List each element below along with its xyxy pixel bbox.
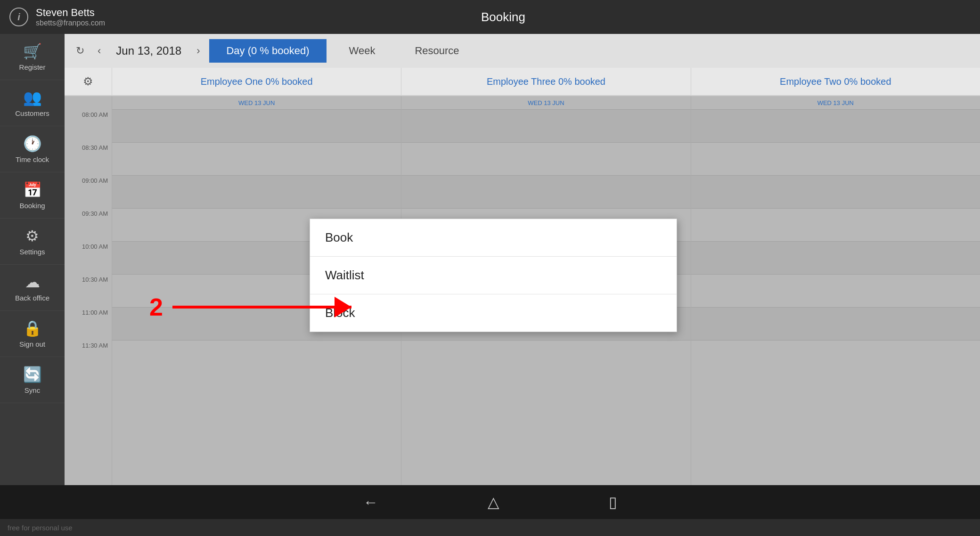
next-button[interactable]: › (193, 41, 204, 61)
gear-icon[interactable]: ⚙ (83, 75, 93, 88)
context-menu-waitlist[interactable]: Waitlist (310, 257, 677, 294)
signout-icon: 🔒 (23, 319, 42, 337)
sidebar-label-customers: Customers (15, 109, 49, 117)
employee-col-2: Employee Three 0% booked (401, 68, 690, 95)
info-icon: i (9, 8, 28, 26)
context-menu-overlay[interactable]: Book Waitlist Block (65, 96, 980, 485)
date-display: Jun 13, 2018 (110, 44, 187, 57)
footer-text: free for personal use (8, 524, 73, 532)
sidebar-item-backoffice[interactable]: ☁ Back office (0, 265, 65, 311)
register-icon: 🛒 (23, 42, 42, 60)
recents-button[interactable]: ▯ (601, 489, 625, 515)
arrow-head (335, 297, 351, 317)
calendar-area: 08:00 AM 08:30 AM 09:00 AM 09:30 AM 10:0… (65, 96, 980, 485)
content-area: ↻ ‹ Jun 13, 2018 › Day (0 % booked) Week… (65, 34, 980, 485)
employee-col-3: Employee Two 0% booked (691, 68, 980, 95)
sidebar-label-backoffice: Back office (15, 294, 49, 302)
sidebar-item-signout[interactable]: 🔒 Sign out (0, 311, 65, 357)
page-title: Booking (270, 10, 737, 24)
employee-name-1: Employee One 0% booked (201, 76, 313, 87)
sidebar: 🛒 Register 👥 Customers 🕐 Time clock 📅 Bo… (0, 34, 65, 485)
header-bar: i Steven Betts sbetts@franpos.com Bookin… (0, 0, 980, 34)
main-layout: 🛒 Register 👥 Customers 🕐 Time clock 📅 Bo… (0, 34, 980, 485)
employee-name-2: Employee Three 0% booked (487, 76, 605, 87)
prev-button[interactable]: ‹ (94, 41, 105, 61)
home-button[interactable]: △ (480, 489, 507, 515)
tab-resource-button[interactable]: Resource (398, 39, 476, 63)
sidebar-label-register: Register (19, 63, 46, 71)
tab-week-button[interactable]: Week (332, 39, 392, 63)
context-menu: Book Waitlist Block (310, 219, 677, 332)
sidebar-label-timeclock: Time clock (16, 155, 49, 163)
gear-cell: ⚙ (65, 75, 112, 88)
bottom-nav: ← △ ▯ (0, 485, 980, 519)
annotation-number: 2 (149, 293, 163, 321)
footer-bar: free for personal use (0, 519, 980, 536)
customers-icon: 👥 (23, 89, 42, 106)
sidebar-item-customers[interactable]: 👥 Customers (0, 80, 65, 126)
sidebar-item-timeclock[interactable]: 🕐 Time clock (0, 126, 65, 172)
context-menu-book[interactable]: Book (310, 219, 677, 257)
employee-name-3: Employee Two 0% booked (780, 76, 891, 87)
user-email: sbetts@franpos.com (36, 19, 270, 27)
sidebar-item-sync[interactable]: 🔄 Sync (0, 357, 65, 403)
sidebar-label-booking: Booking (19, 202, 45, 210)
booking-icon: 📅 (23, 181, 42, 199)
user-info: Steven Betts sbetts@franpos.com (36, 7, 270, 27)
arrow-annotation: 2 (149, 293, 351, 321)
tab-day-button[interactable]: Day (0 % booked) (209, 39, 326, 63)
backoffice-icon: ☁ (25, 273, 40, 291)
sync-icon: 🔄 (23, 365, 42, 383)
arrow-line (172, 306, 351, 309)
booking-toolbar: ↻ ‹ Jun 13, 2018 › Day (0 % booked) Week… (65, 34, 980, 68)
sidebar-item-booking[interactable]: 📅 Booking (0, 172, 65, 219)
employee-col-1: Employee One 0% booked (112, 68, 401, 95)
employee-header-row: ⚙ Employee One 0% booked Employee Three … (65, 68, 980, 96)
refresh-button[interactable]: ↻ (72, 41, 88, 61)
back-button[interactable]: ← (356, 490, 386, 515)
sidebar-item-register[interactable]: 🛒 Register (0, 34, 65, 80)
settings-icon: ⚙ (25, 227, 39, 245)
timeclock-icon: 🕐 (23, 135, 42, 153)
sidebar-label-signout: Sign out (19, 340, 45, 348)
sidebar-label-sync: Sync (24, 386, 40, 394)
sidebar-label-settings: Settings (19, 248, 45, 256)
user-name: Steven Betts (36, 7, 270, 19)
sidebar-item-settings[interactable]: ⚙ Settings (0, 219, 65, 265)
context-menu-block[interactable]: Block (310, 294, 677, 332)
